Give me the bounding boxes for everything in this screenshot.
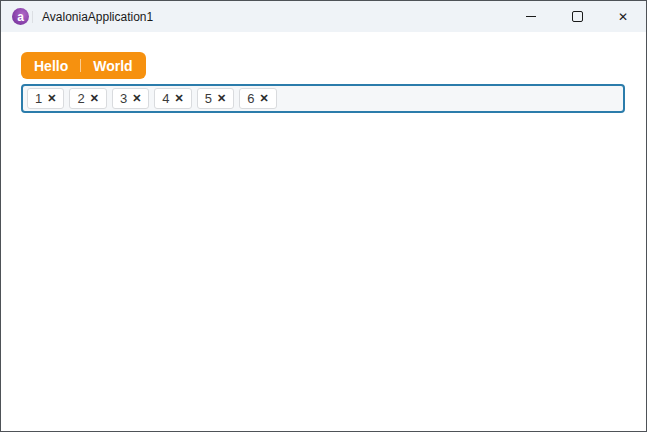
tab-world-label: World — [93, 58, 132, 74]
logo-divider — [32, 11, 33, 23]
tab-hello[interactable]: Hello — [22, 52, 80, 79]
chip-close-icon[interactable]: ✕ — [217, 93, 226, 104]
titlebar: a AvaloniaApplication1 ✕ — [1, 1, 646, 32]
chip-label: 3 — [120, 91, 127, 106]
chip-6: 6 ✕ — [239, 88, 276, 109]
close-button[interactable]: ✕ — [600, 1, 646, 32]
avalonia-logo-letter: a — [17, 11, 24, 23]
window-title: AvaloniaApplication1 — [42, 10, 153, 24]
chip-1: 1 ✕ — [27, 88, 64, 109]
tabstrip: Hello World — [21, 52, 146, 79]
chip-close-icon[interactable]: ✕ — [132, 93, 141, 104]
chip-label: 2 — [77, 91, 84, 106]
chip-label: 6 — [247, 91, 254, 106]
chip-close-icon[interactable]: ✕ — [260, 93, 269, 104]
maximize-button[interactable] — [554, 1, 600, 32]
maximize-icon — [572, 11, 583, 22]
close-icon: ✕ — [618, 11, 628, 23]
chip-5: 5 ✕ — [197, 88, 234, 109]
chip-3: 3 ✕ — [112, 88, 149, 109]
avalonia-logo-icon: a — [12, 8, 29, 25]
window-controls: ✕ — [508, 1, 646, 32]
chip-close-icon[interactable]: ✕ — [175, 93, 184, 104]
chip-close-icon[interactable]: ✕ — [47, 93, 56, 104]
minimize-icon — [526, 16, 536, 17]
chip-4: 4 ✕ — [154, 88, 191, 109]
titlebar-left: a AvaloniaApplication1 — [1, 8, 153, 25]
chip-2: 2 ✕ — [69, 88, 106, 109]
chip-input[interactable]: 1 ✕ 2 ✕ 3 ✕ 4 ✕ 5 ✕ 6 ✕ — [21, 84, 625, 113]
chip-label: 5 — [205, 91, 212, 106]
content-area: Hello World 1 ✕ 2 ✕ 3 ✕ 4 ✕ — [1, 32, 646, 431]
tab-world[interactable]: World — [81, 52, 144, 79]
app-window: a AvaloniaApplication1 ✕ Hello World — [0, 0, 647, 432]
chip-close-icon[interactable]: ✕ — [90, 93, 99, 104]
chip-label: 4 — [162, 91, 169, 106]
minimize-button[interactable] — [508, 1, 554, 32]
chip-label: 1 — [35, 91, 42, 106]
tab-hello-label: Hello — [34, 58, 68, 74]
